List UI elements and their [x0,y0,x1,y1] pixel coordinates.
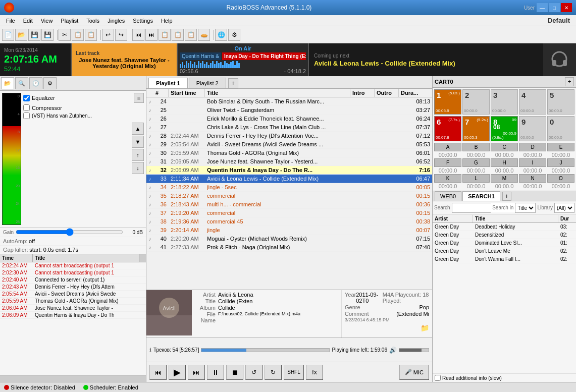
mic-button[interactable]: 🎤 MIC [399,365,429,380]
search-input[interactable] [452,203,525,212]
toolbar-paste[interactable]: 📋 [85,29,97,41]
toolbar-save2[interactable]: 💾 [41,29,54,41]
play-button[interactable]: ▶ [169,365,186,380]
cart-letter-C[interactable]: C [491,143,518,151]
toolbar-cut[interactable]: ✂ [59,29,71,41]
cart-letter-K[interactable]: K [434,174,461,183]
menu-jingles[interactable]: Jingles [103,17,129,25]
left-tab-folder[interactable]: 📂 [1,77,14,89]
search-tab-web[interactable]: WEB0 [435,191,461,201]
volume-slider[interactable] [399,348,429,352]
cart-letter-G[interactable]: G [462,158,490,167]
menu-playlist[interactable]: Playlist [57,17,82,25]
toolbar-btn7[interactable]: 📋 [159,29,171,41]
search-row-1[interactable]: Green Day Desensitized 02: [433,231,576,239]
search-tab-search[interactable]: SEARCH1 [462,191,500,201]
eq-settings-btn[interactable]: ≡ [134,93,144,103]
eq-up2-btn[interactable]: ↑ [132,149,144,161]
pl-row-38[interactable]: ♪ 38 2:19:36 AM commercial 45 00:38 [146,217,432,226]
toolbar-btn9[interactable]: 📋 [185,29,197,41]
cart-letter-O[interactable]: O [547,174,574,183]
toolbar-gear[interactable]: ⚙ [228,29,240,41]
pl-row-41[interactable]: ♪ 41 2:27:33 AM Prok & Fitch - Naga (Ori… [146,243,432,252]
cart-btn-2[interactable]: 2 00:00.0 [462,89,490,115]
loop-button[interactable]: ↻ [265,365,282,380]
toolbar-btn6[interactable]: ⏭ [145,29,158,41]
equalizer-checkbox[interactable] [23,95,30,101]
toolbar-new[interactable]: 📄 [2,29,14,41]
rewind-button[interactable]: ↺ [245,365,263,380]
menu-help[interactable]: Help [157,17,177,25]
close-button[interactable]: ✕ [561,3,572,12]
cart-add-btn[interactable]: + [565,77,574,86]
search-add-btn[interactable]: + [502,192,511,201]
cart-letter-J[interactable]: J [547,158,574,167]
pl-row-27[interactable]: ♪ 27 Chris Lake & Lys - Cross The Line (… [146,123,432,132]
cart-btn-5[interactable]: 5 00:00.0 [547,89,574,115]
read-info-checkbox[interactable] [435,375,441,381]
left-tab-settings[interactable]: ⚙ [43,77,57,89]
maximize-button[interactable]: □ [549,3,560,12]
log-scrollbar[interactable] [139,254,146,262]
menu-settings[interactable]: Settings [129,17,157,25]
pl-row-31[interactable]: ♪ 31 2:06:05 AM Jose Nunez feat. Shawnee… [146,157,432,166]
prev-button[interactable]: ⏮ [149,365,167,380]
playlist-tab-1[interactable]: Playlist 1 [148,78,188,88]
pl-row-29[interactable]: ♪ 29 2:05:54 AM Avicii - Sweet Dreams (A… [146,140,432,149]
playlist-rows[interactable]: ♪ 24 Bob Sinclar & Dirty South - The Rus… [146,97,432,290]
cart-letter-N[interactable]: N [519,174,546,183]
cart-letter-A[interactable]: A [434,143,461,151]
cart-letter-D[interactable]: D [519,143,546,151]
pl-row-26[interactable]: ♪ 26 Erick Morillo & Eddie Thoneick feat… [146,115,432,123]
pl-row-24[interactable]: ♪ 24 Bob Sinclar & Dirty South - The Rus… [146,97,432,106]
pl-row-34[interactable]: ♪ 34 2:18:22 AM jingle - 5sec 00:05 [146,183,432,192]
eq-down-btn[interactable]: ▼ [132,136,144,148]
search-row-0[interactable]: Green Day Deadbeat Holiday 03: [433,223,576,231]
menu-edit[interactable]: Edit [19,17,37,25]
cart-letter-I[interactable]: I [519,158,546,167]
toolbar-btn5[interactable]: ⏮ [132,29,144,41]
progress-bar[interactable] [201,348,330,352]
cart-letter-B[interactable]: B [462,143,490,151]
next-button[interactable]: ⏭ [188,365,205,380]
pl-row-30[interactable]: ♪ 30 2:05:59 AM Thomas Gold - AGORa (Ori… [146,149,432,157]
toolbar-save[interactable]: 💾 [28,29,40,41]
cart-btn-3[interactable]: 3 00:00.0 [491,89,518,115]
toolbar-undo[interactable]: ↩ [102,29,114,41]
shift-button[interactable]: SHFL [284,365,304,380]
cart-letter-M[interactable]: M [491,174,518,183]
pl-row-37[interactable]: ♪ 37 2:19:20 AM commercial 00:15 [146,209,432,217]
toolbar-open[interactable]: 📂 [15,29,27,41]
stop-button[interactable]: ⏹ [226,365,243,380]
cart-btn-4[interactable]: 4 00:00.0 [519,89,546,115]
vst-checkbox[interactable] [23,113,30,119]
toolbar-btn8[interactable]: 📋 [172,29,184,41]
cart-letter-L[interactable]: L [462,174,490,183]
pl-row-40[interactable]: ♪ 40 2:20:20 AM Moguai - Oyster (Michael… [146,235,432,243]
cart-btn-7[interactable]: 7 (5.2s.) 00:05.3 [462,116,490,141]
menu-view[interactable]: View [37,17,57,25]
search-in-select[interactable]: Title [515,203,536,213]
toolbar-pie[interactable]: 🥧 [198,29,210,41]
eq-up-btn[interactable]: ▲ [132,123,144,135]
cart-btn-0[interactable]: 0 00:00.0 [547,116,574,141]
toolbar-copy[interactable]: 📋 [72,29,84,41]
pl-row-32[interactable]: ♪ 32 2:06:09 AM Quentin Harris & Inaya D… [146,166,432,175]
pl-row-28[interactable]: ♪ 28 2:02:44 AM Dennis Ferrer - Hey Hey … [146,132,432,140]
toolbar-redo[interactable]: ↪ [115,29,127,41]
pl-row-33[interactable]: ♪ 33 2:11:34 AM Avicii & Leona Lewis - C… [146,175,432,183]
minimize-button[interactable]: — [537,3,548,12]
cart-btn-1[interactable]: 1 (5.8s.) 00:05.9 [434,89,461,115]
gain-slider[interactable] [16,229,123,236]
cart-letter-E[interactable]: E [547,143,574,151]
menu-tools[interactable]: Tools [82,17,103,25]
pause-button[interactable]: ⏸ [207,365,224,380]
cart-btn-6[interactable]: 6 (7.7s.) 00:07.8 [434,116,461,141]
pl-row-25[interactable]: ♪ 25 Oliver Twizt - Gangsterdam 03:27 [146,106,432,115]
pl-row-36[interactable]: ♪ 36 2:18:43 AM multi h... - commercial … [146,200,432,209]
search-row-2[interactable]: Green Day Dominated Love Sl... 01: [433,239,576,247]
fx-button[interactable]: fx [306,365,323,380]
cart-btn-8[interactable]: 8 09 08 (5.8s.) 00:05.9 [491,116,518,141]
cart-letter-H[interactable]: H [491,158,518,167]
playlist-add-btn[interactable]: + [228,78,238,88]
